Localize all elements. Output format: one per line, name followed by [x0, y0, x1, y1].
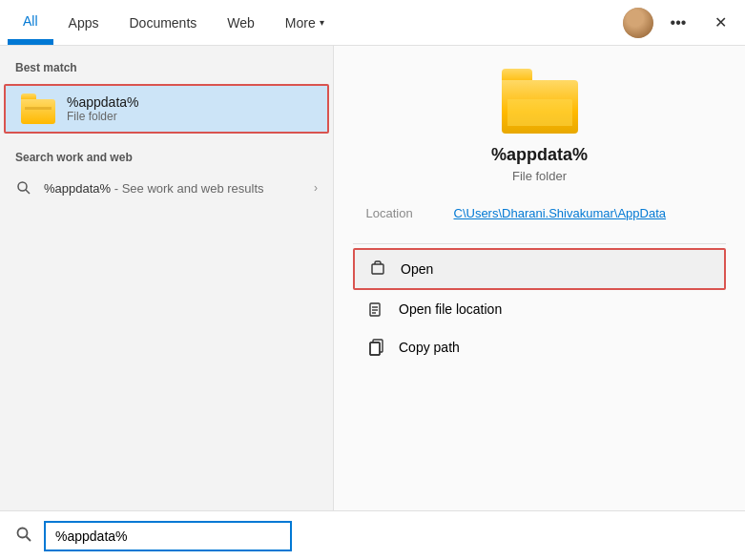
open-action[interactable]: Open	[353, 248, 726, 290]
search-icon-bottom	[15, 526, 32, 547]
close-button[interactable]: ✕	[703, 6, 737, 40]
copy-path-label: Copy path	[399, 340, 460, 355]
nav-right-area: ••• ✕	[623, 0, 737, 45]
main-area: Best match %appdata% File folder Search …	[0, 46, 745, 510]
svg-point-0	[18, 182, 27, 191]
top-navigation: All Apps Documents Web More ▾ ••• ✕	[0, 0, 745, 46]
detail-folder-icon	[502, 69, 578, 134]
search-input[interactable]	[44, 521, 292, 551]
action-list: Open Open file location	[353, 248, 726, 366]
open-file-location-action[interactable]: Open file location	[353, 290, 726, 328]
avatar[interactable]	[623, 8, 653, 38]
avatar-image	[623, 8, 653, 38]
tab-apps[interactable]: Apps	[53, 0, 114, 45]
detail-folder-name: %appdata%	[491, 145, 588, 165]
open-icon	[370, 259, 389, 279]
copy-path-action[interactable]: Copy path	[353, 328, 726, 366]
detail-location-row: Location C\Users\Dharani.Shivakumar\AppD…	[359, 206, 721, 220]
web-query-text: %appdata% - See work and web results	[44, 181, 264, 196]
tab-more[interactable]: More ▾	[270, 0, 340, 45]
svg-rect-8	[370, 342, 380, 355]
best-match-title: Best match	[0, 57, 333, 82]
chevron-right-icon: ›	[314, 181, 318, 195]
search-web-title: Search work and web	[0, 147, 333, 172]
right-panel: %appdata% File folder Location C\Users\D…	[334, 46, 745, 510]
ellipsis-icon: •••	[671, 14, 687, 31]
detail-folder-type: File folder	[512, 169, 567, 183]
open-label: Open	[401, 261, 433, 277]
chevron-down-icon: ▾	[320, 17, 324, 28]
location-path[interactable]: C\Users\Dharani.Shivakumar\AppData	[454, 206, 667, 220]
tab-web[interactable]: Web	[212, 0, 270, 45]
svg-line-1	[26, 190, 30, 194]
bottom-search-bar	[0, 510, 745, 560]
result-subtype: File folder	[67, 110, 312, 123]
file-location-icon	[368, 300, 387, 319]
left-panel: Best match %appdata% File folder Search …	[0, 46, 334, 510]
web-search-item[interactable]: %appdata% - See work and web results ›	[0, 172, 333, 204]
search-web-section: Search work and web %appdata% - See work…	[0, 135, 333, 216]
folder-icon	[21, 93, 55, 124]
open-file-location-label: Open file location	[399, 301, 502, 317]
result-text: %appdata% File folder	[67, 94, 312, 123]
tab-all[interactable]: All	[8, 0, 53, 45]
location-label: Location	[366, 206, 443, 220]
search-icon	[15, 179, 32, 197]
result-name: %appdata%	[67, 94, 312, 110]
more-options-button[interactable]: •••	[661, 6, 695, 40]
svg-point-10	[18, 528, 28, 537]
tab-documents[interactable]: Documents	[114, 0, 212, 45]
divider	[353, 243, 726, 244]
copy-icon	[368, 338, 387, 357]
best-match-item[interactable]: %appdata% File folder	[4, 84, 329, 134]
close-icon: ✕	[714, 13, 727, 31]
svg-rect-2	[372, 264, 383, 274]
svg-line-11	[27, 536, 31, 541]
